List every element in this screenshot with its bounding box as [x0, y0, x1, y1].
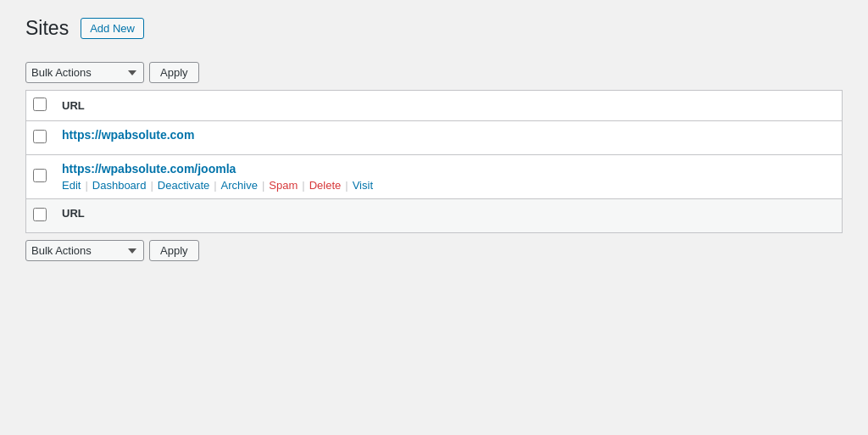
row-checkbox-cell-3	[26, 199, 54, 233]
row-url-cell-1: https://wpabsolute.com	[53, 121, 843, 155]
select-all-col	[26, 91, 54, 121]
table-row: URL	[26, 199, 843, 233]
site-url-link-1[interactable]: https://wpabsolute.com	[62, 128, 833, 142]
action-dashboard[interactable]: Dashboard	[92, 179, 147, 192]
action-sep: |	[345, 179, 348, 192]
page-title: Sites	[25, 17, 69, 40]
action-sep: |	[214, 179, 216, 192]
add-new-button[interactable]: Add New	[81, 18, 144, 39]
table-row: https://wpabsolute.com/joomla Edit | Das…	[26, 155, 843, 199]
table-header-row: URL	[26, 91, 843, 121]
action-archive[interactable]: Archive	[221, 179, 258, 192]
bulk-actions-select-bottom[interactable]: Bulk Actions Delete Mark as Spam	[25, 240, 144, 261]
bulk-actions-bar-top: Bulk Actions Delete Mark as Spam Apply	[25, 55, 843, 90]
action-spam[interactable]: Spam	[269, 179, 298, 192]
page-header: Sites Add New	[25, 17, 843, 40]
row-checkbox-3[interactable]	[33, 208, 47, 221]
row-url-cell-3: URL	[53, 199, 843, 233]
action-deactivate[interactable]: Deactivate	[158, 179, 209, 192]
action-visit[interactable]: Visit	[353, 179, 373, 192]
row-checkbox-1[interactable]	[33, 130, 47, 143]
action-edit[interactable]: Edit	[62, 179, 81, 192]
site-url-link-2[interactable]: https://wpabsolute.com/joomla	[62, 162, 833, 176]
select-all-checkbox[interactable]	[33, 98, 47, 111]
action-sep: |	[262, 179, 264, 192]
row-url-cell-2: https://wpabsolute.com/joomla Edit | Das…	[53, 155, 843, 199]
url-header-label: URL	[62, 99, 85, 112]
row-checkbox-cell-2	[26, 155, 54, 199]
apply-button-top[interactable]: Apply	[149, 62, 199, 83]
row-checkbox-2[interactable]	[33, 169, 47, 182]
sites-table: URL https://wpabsolute.com https:	[25, 90, 843, 233]
row-checkbox-cell-1	[26, 121, 54, 155]
bulk-actions-select-top[interactable]: Bulk Actions Delete Mark as Spam	[25, 62, 144, 83]
action-sep: |	[302, 179, 304, 192]
action-sep: |	[85, 179, 87, 192]
row-actions-2: Edit | Dashboard | Deactivate | Archive …	[62, 179, 833, 192]
bulk-actions-bar-bottom: Bulk Actions Delete Mark as Spam Apply	[25, 233, 843, 268]
bulk-select-wrapper-bottom: Bulk Actions Delete Mark as Spam	[25, 240, 144, 261]
url-footer-label: URL	[62, 207, 85, 220]
page-wrapper: Sites Add New Bulk Actions Delete Mark a…	[0, 0, 868, 293]
url-column-header: URL	[53, 91, 843, 121]
bulk-select-wrapper-top: Bulk Actions Delete Mark as Spam	[25, 62, 144, 83]
action-delete[interactable]: Delete	[309, 179, 342, 192]
apply-button-bottom[interactable]: Apply	[149, 240, 199, 261]
table-row: https://wpabsolute.com	[26, 121, 843, 155]
action-sep: |	[150, 179, 153, 192]
